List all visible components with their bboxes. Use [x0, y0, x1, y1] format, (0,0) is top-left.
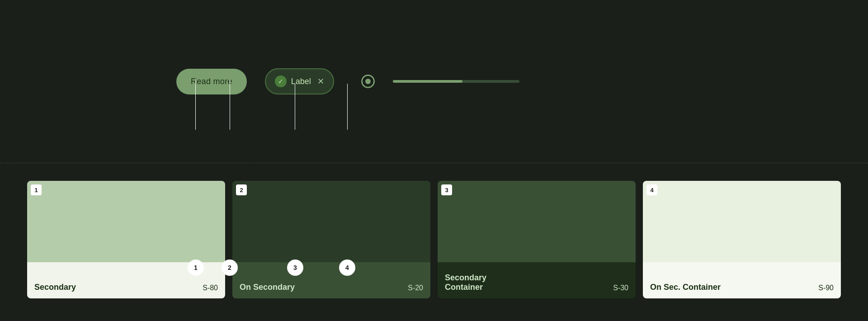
- swatch-code-1: S-80: [203, 284, 218, 292]
- swatch-code-2: S-20: [408, 284, 423, 292]
- annotation-line-1: [195, 79, 196, 130]
- swatch-top-2: [232, 181, 430, 262]
- swatch-card-1: 1 Secondary S-80: [27, 181, 225, 298]
- card-number-4: 4: [646, 184, 657, 195]
- swatch-code-4: S-90: [818, 284, 834, 292]
- swatch-bottom-3: SecondaryContainer S-30: [438, 262, 636, 298]
- annotation-dot-2: 2: [222, 260, 238, 276]
- swatch-card-2: 2 On Secondary S-20: [232, 181, 430, 298]
- chip-check-icon: ✓: [275, 76, 287, 87]
- annotation-dot-4: 4: [339, 260, 355, 276]
- card-number-1: 1: [31, 184, 42, 195]
- swatch-name-4: On Sec. Container: [650, 283, 721, 292]
- card-number-2: 2: [236, 184, 247, 195]
- section-divider: [0, 163, 868, 163]
- chip-label: Label: [291, 77, 311, 86]
- card-number-3: 3: [441, 184, 452, 195]
- swatch-top-1: [27, 181, 225, 262]
- bottom-section: 1 Secondary S-80 2 On Secondary S-20 3 S…: [0, 172, 868, 321]
- filter-chip[interactable]: ✓ Label ✕: [265, 68, 334, 94]
- top-section: Read more ✓ Label ✕: [0, 0, 868, 163]
- swatch-bottom-2: On Secondary S-20: [232, 262, 430, 298]
- swatch-bottom-4: On Sec. Container S-90: [643, 262, 841, 298]
- radio-container: [361, 75, 375, 88]
- annotation-line-3: [295, 84, 295, 130]
- swatch-name-2: On Secondary: [240, 283, 295, 292]
- slider-track[interactable]: [393, 80, 519, 83]
- swatch-name-3: SecondaryContainer: [445, 273, 486, 292]
- annotation-line-4: [347, 84, 348, 130]
- swatch-top-3: [438, 181, 636, 262]
- annotation-dot-3: 3: [287, 260, 303, 276]
- annotation-dot-1: 1: [188, 260, 204, 276]
- radio-button[interactable]: [361, 75, 375, 88]
- read-more-button[interactable]: Read more: [176, 69, 247, 94]
- swatch-name-1: Secondary: [34, 283, 76, 292]
- swatch-code-3: S-30: [613, 284, 628, 292]
- slider-fill: [393, 80, 462, 83]
- swatch-top-4: [643, 181, 841, 262]
- chip-close-icon[interactable]: ✕: [317, 76, 324, 86]
- radio-inner-dot: [365, 79, 371, 84]
- swatch-card-3: 3 SecondaryContainer S-30: [438, 181, 636, 298]
- swatch-card-4: 4 On Sec. Container S-90: [643, 181, 841, 298]
- annotation-line-2: [230, 79, 230, 130]
